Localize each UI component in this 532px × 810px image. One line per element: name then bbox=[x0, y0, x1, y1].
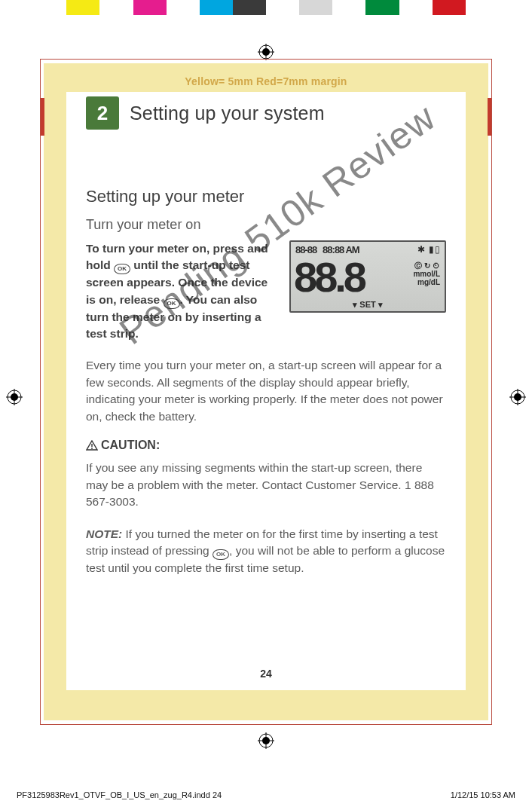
page-content: 2 Setting up your system Setting up your… bbox=[66, 92, 466, 690]
color-swatch bbox=[167, 0, 200, 15]
color-swatch bbox=[0, 0, 33, 15]
registration-mark-icon bbox=[6, 389, 23, 405]
chapter-title: Setting up your system bbox=[130, 102, 325, 124]
meter-lcd-illustration: 88-88 88:88 AM ✱ ▮▯ 88.8 Ⓒ ↻ ⏲ mmol/L mg… bbox=[289, 240, 446, 313]
color-calibration-bar bbox=[0, 0, 532, 15]
color-swatch bbox=[66, 0, 99, 15]
footer-filename: PF3125983Rev1_OTVF_OB_I_US_en_zug_R4.ind… bbox=[17, 790, 222, 799]
registration-mark-icon bbox=[258, 732, 274, 749]
lcd-unit-mgdl: mg/dL bbox=[413, 278, 440, 286]
body-paragraph: NOTE: If you turned the meter on for the… bbox=[86, 526, 446, 577]
body-paragraph: Every time you turn your meter on, a sta… bbox=[86, 357, 446, 425]
caution-label: CAUTION: bbox=[101, 439, 160, 452]
lcd-set-label: ▾ SET ▾ bbox=[291, 300, 445, 310]
lcd-side-icons: Ⓒ ↻ ⏲ bbox=[413, 261, 440, 270]
color-swatch bbox=[466, 0, 499, 15]
margin-label: Yellow= 5mm Red=7mm margin bbox=[44, 75, 488, 87]
color-swatch bbox=[365, 0, 399, 15]
color-swatch bbox=[433, 0, 466, 15]
print-footer: PF3125983Rev1_OTVF_OB_I_US_en_zug_R4.ind… bbox=[17, 790, 515, 799]
note-label: NOTE: bbox=[86, 527, 122, 540]
lcd-unit-mmol: mmol/L bbox=[413, 270, 440, 278]
color-swatch bbox=[299, 0, 332, 15]
registration-mark-icon bbox=[509, 389, 526, 405]
body-paragraph: If you see any missing segments within t… bbox=[86, 460, 446, 510]
instruction-text: To turn your meter on, press and hold OK… bbox=[86, 240, 279, 342]
color-swatch bbox=[233, 0, 266, 15]
svg-point-18 bbox=[91, 448, 93, 449]
registration-mark-icon bbox=[258, 44, 274, 60]
color-swatch bbox=[99, 0, 133, 15]
color-swatch bbox=[399, 0, 433, 15]
ok-button-icon: OK bbox=[212, 549, 229, 560]
section-title: Setting up your meter bbox=[86, 187, 446, 206]
red-tab-right bbox=[488, 98, 491, 136]
color-swatch bbox=[332, 0, 365, 15]
ok-button-icon: OK bbox=[114, 264, 130, 274]
chapter-number-badge: 2 bbox=[86, 96, 119, 130]
color-swatch bbox=[33, 0, 66, 15]
ok-button-icon: OK bbox=[164, 298, 180, 309]
red-tab-left bbox=[41, 98, 44, 136]
yellow-margin-frame: Yellow= 5mm Red=7mm margin 2 Setting up … bbox=[44, 63, 488, 720]
subsection-heading: Turn your meter on bbox=[86, 217, 446, 233]
lcd-main-digits: 88.8 bbox=[294, 252, 364, 301]
color-swatch bbox=[266, 0, 299, 15]
warning-triangle-icon bbox=[86, 440, 98, 451]
color-swatch bbox=[133, 0, 167, 15]
lcd-status-icons: ✱ ▮▯ bbox=[417, 244, 441, 255]
color-swatch bbox=[200, 0, 233, 15]
page-number: 24 bbox=[66, 668, 466, 680]
footer-timestamp: 1/12/15 10:53 AM bbox=[451, 790, 515, 799]
color-swatch bbox=[499, 0, 532, 15]
